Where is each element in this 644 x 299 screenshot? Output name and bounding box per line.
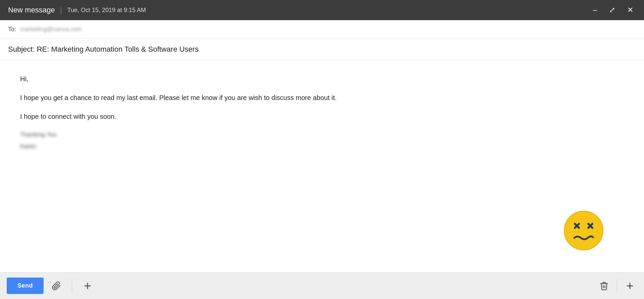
signature-line-1: Thanking You <box>20 130 624 140</box>
plus-icon <box>83 281 92 291</box>
more-plus-icon <box>625 281 635 291</box>
compose-area: To: marketing@canva.com Subject: RE: Mar… <box>0 20 644 272</box>
svg-point-0 <box>564 211 603 250</box>
toolbar-divider-1 <box>72 279 72 293</box>
message-date: Tue, Oct 15, 2019 at 9:15 AM <box>67 7 146 14</box>
body-paragraph-2: I hope to connect with you soon. <box>20 111 624 122</box>
body-paragraph-1: I hope you get a chance to read my last … <box>20 92 624 103</box>
email-body[interactable]: Hi, I hope you get a chance to read my l… <box>20 73 624 151</box>
to-row: To: marketing@canva.com <box>0 20 644 39</box>
subject-row: Subject: RE: Marketing Automation Tolls … <box>0 39 644 60</box>
send-button[interactable]: Send <box>7 278 44 294</box>
title-bar: New message | Tue, Oct 15, 2019 at 9:15 … <box>0 0 644 20</box>
window-title: New message <box>8 6 55 14</box>
add-button[interactable] <box>80 279 95 293</box>
title-bar-left: New message | Tue, Oct 15, 2019 at 9:15 … <box>8 6 146 14</box>
expand-button[interactable]: ⤢ <box>606 5 618 15</box>
email-signature: Thanking You Karen <box>20 130 624 151</box>
toolbar-left: Send <box>7 278 95 294</box>
title-separator: | <box>60 6 62 14</box>
body-area: Hi, I hope you get a chance to read my l… <box>0 60 644 272</box>
paperclip-icon <box>52 281 61 291</box>
window-controls: – ⤢ ✕ <box>590 5 636 15</box>
delete-button[interactable] <box>597 279 611 293</box>
greeting: Hi, <box>20 73 624 84</box>
dizzy-face-emoji <box>564 210 604 251</box>
trash-icon <box>599 281 609 291</box>
to-label: To: <box>8 26 16 33</box>
to-email[interactable]: marketing@canva.com <box>20 26 82 33</box>
subject-text[interactable]: Subject: RE: Marketing Automation Tolls … <box>8 45 199 54</box>
signature-line-2: Karen <box>20 142 624 151</box>
emoji-container <box>564 210 604 252</box>
toolbar-right <box>597 279 637 293</box>
more-button[interactable] <box>623 279 637 293</box>
close-button[interactable]: ✕ <box>625 5 636 15</box>
bottom-toolbar: Send <box>0 272 644 299</box>
attach-button[interactable] <box>49 279 64 293</box>
minimize-button[interactable]: – <box>590 5 600 15</box>
toolbar-divider-2 <box>617 279 617 293</box>
